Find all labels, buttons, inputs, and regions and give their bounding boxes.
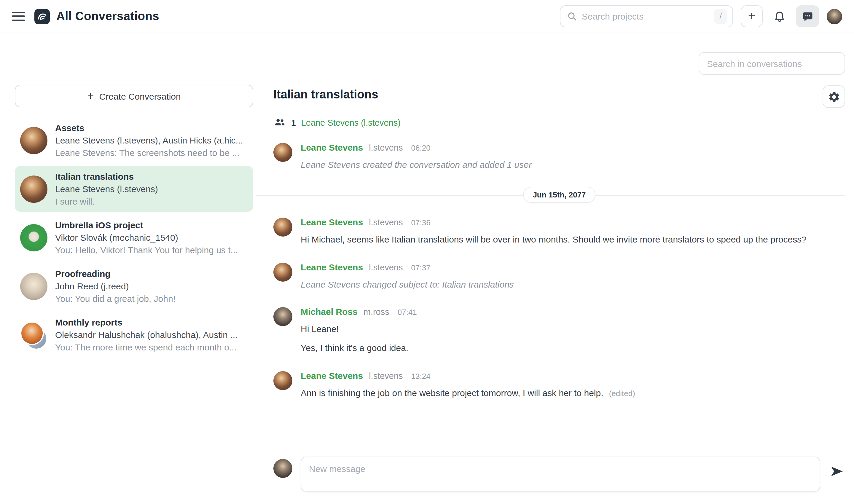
- participants-count: 1: [291, 118, 296, 127]
- message-username: l.stevens: [369, 143, 403, 152]
- hamburger-menu-icon[interactable]: [12, 12, 25, 21]
- message-text: Hi Leane!: [301, 323, 845, 336]
- new-message-input[interactable]: [301, 456, 820, 491]
- conversation-list-item[interactable]: Umbrella iOS projectViktor Slovák (mecha…: [15, 215, 253, 260]
- conversation-list-item[interactable]: Monthly reportsOleksandr Halushchak (oha…: [15, 312, 253, 358]
- message-timestamp: 06:20: [411, 144, 430, 152]
- conversation-texts: Monthly reportsOleksandr Halushchak (oha…: [55, 316, 248, 354]
- create-conversation-button[interactable]: + Create Conversation: [15, 85, 253, 107]
- message-username: m.ross: [363, 307, 389, 317]
- message: Leane Stevensl.stevens07:37Leane Stevens…: [273, 262, 845, 291]
- message-author-avatar: [273, 307, 292, 326]
- conversation-item-title: Italian translations: [55, 170, 248, 183]
- people-icon: [273, 116, 286, 129]
- keyboard-shortcut-badge: /: [714, 9, 727, 24]
- conversation-item-title: Monthly reports: [55, 316, 248, 328]
- message: Leane Stevensl.stevens06:20Leane Stevens…: [273, 142, 845, 172]
- messaging-app: All Conversations / +: [0, 0, 854, 504]
- conversation-list: AssetsLeane Stevens (l.stevens), Austin …: [15, 118, 253, 358]
- screen: All Conversations / +: [0, 0, 854, 504]
- conversations-button-active[interactable]: [796, 5, 819, 27]
- conversation-avatar: [20, 127, 48, 154]
- notifications-button[interactable]: [770, 5, 788, 27]
- chat-bubble-icon: [801, 11, 813, 22]
- message-timestamp: 07:41: [398, 308, 417, 317]
- message-composer: [273, 456, 845, 491]
- conversation-avatar: [20, 272, 48, 300]
- message-author-avatar: [273, 218, 292, 237]
- message: Michael Rossm.ross07:41Hi Leane!Yes, I t…: [273, 307, 845, 355]
- message-author-avatar: [273, 143, 292, 162]
- message-header: Leane Stevensl.stevens07:37: [301, 262, 845, 272]
- message-header: Michael Rossm.ross07:41: [301, 307, 845, 317]
- search-projects-input[interactable]: [582, 11, 709, 21]
- app-logo[interactable]: [34, 8, 50, 24]
- conversation-list-item[interactable]: ProofreadingJohn Reed (j.reed)You: You d…: [15, 263, 253, 309]
- message-main: Leane Stevensl.stevens07:36Hi Michael, s…: [301, 217, 845, 246]
- search-icon: [567, 11, 577, 21]
- message-main: Michael Rossm.ross07:41Hi Leane!Yes, I t…: [301, 307, 845, 355]
- message-username: l.stevens: [369, 263, 403, 272]
- conversation-avatar: [20, 224, 48, 251]
- message-username: l.stevens: [369, 371, 403, 381]
- system-message-text: Leane Stevens created the conversation a…: [301, 158, 845, 172]
- message-header: Leane Stevensl.stevens07:36: [301, 217, 845, 227]
- conversation-avatar: [20, 175, 48, 202]
- message-main: Leane Stevensl.stevens06:20Leane Stevens…: [301, 142, 845, 172]
- message-author-link[interactable]: Leane Stevens: [301, 262, 363, 272]
- conversation-item-members: Leane Stevens (l.stevens), Austin Hicks …: [55, 134, 248, 146]
- top-bar: All Conversations / +: [0, 0, 854, 33]
- conversation-list-item[interactable]: Italian translationsLeane Stevens (l.ste…: [15, 166, 253, 212]
- message-timestamp: 07:36: [411, 218, 430, 227]
- user-avatar[interactable]: [827, 8, 842, 24]
- message-text: Hi Michael, seems like Italian translati…: [301, 233, 845, 246]
- composer-user-avatar: [273, 459, 292, 478]
- search-projects-box: /: [560, 5, 733, 27]
- participants-names-link[interactable]: Leane Stevens (l.stevens): [301, 118, 401, 127]
- message-author-link[interactable]: Michael Ross: [301, 307, 358, 317]
- create-conversation-label: Create Conversation: [99, 91, 181, 101]
- message-author-link[interactable]: Leane Stevens: [301, 142, 363, 152]
- conversation-item-title: Proofreading: [55, 267, 248, 280]
- message-text: Ann is finishing the job on the website …: [301, 386, 845, 400]
- add-button[interactable]: +: [741, 5, 763, 27]
- message-username: l.stevens: [369, 218, 403, 227]
- conversation-texts: Italian translationsLeane Stevens (l.ste…: [55, 170, 248, 208]
- bell-icon: [773, 10, 785, 22]
- message-timeline: Leane Stevensl.stevens06:20Leane Stevens…: [273, 142, 845, 415]
- plus-icon: +: [748, 10, 755, 22]
- conversation-item-members: Viktor Slovák (mechanic_1540): [55, 231, 248, 244]
- search-in-conversations-input[interactable]: [699, 52, 845, 75]
- message-author-avatar: [273, 371, 292, 390]
- message-author-avatar: [273, 263, 292, 281]
- conversation-texts: ProofreadingJohn Reed (j.reed)You: You d…: [55, 267, 248, 305]
- top-bar-actions: / +: [560, 5, 842, 27]
- send-message-button[interactable]: [829, 464, 845, 480]
- conversation-settings-button[interactable]: [822, 85, 845, 108]
- page-title: All Conversations: [56, 10, 159, 23]
- gear-icon: [828, 90, 840, 103]
- message-main: Leane Stevensl.stevens07:37Leane Stevens…: [301, 262, 845, 291]
- conversation-item-members: John Reed (j.reed): [55, 280, 248, 292]
- conversation-item-preview: I sure will.: [55, 195, 248, 208]
- send-icon: [830, 464, 844, 479]
- message-author-link[interactable]: Leane Stevens: [301, 371, 363, 381]
- conversation-texts: Umbrella iOS projectViktor Slovák (mecha…: [55, 219, 248, 256]
- message: Leane Stevensl.stevens07:36Hi Michael, s…: [273, 217, 845, 246]
- participants-row: 1 Leane Stevens (l.stevens): [273, 116, 401, 129]
- date-divider-label: Jun 15th, 2077: [523, 187, 595, 203]
- message-header: Leane Stevensl.stevens06:20: [301, 142, 845, 152]
- conversation-item-members: Oleksandr Halushchak (ohalushcha), Austi…: [55, 328, 248, 341]
- conversation-title: Italian translations: [273, 88, 378, 102]
- conversation-avatar-stack: [20, 321, 48, 348]
- logo-swirl-icon: [37, 11, 48, 22]
- message-author-link[interactable]: Leane Stevens: [301, 217, 363, 227]
- conversation-texts: AssetsLeane Stevens (l.stevens), Austin …: [55, 122, 248, 159]
- message-main: Leane Stevensl.stevens13:24Ann is finish…: [301, 371, 845, 400]
- conversation-list-item[interactable]: AssetsLeane Stevens (l.stevens), Austin …: [15, 118, 253, 163]
- system-message-text: Leane Stevens changed subject to: Italia…: [301, 278, 845, 291]
- date-divider: Jun 15th, 2077: [273, 187, 845, 203]
- conversation-item-members: Leane Stevens (l.stevens): [55, 183, 248, 195]
- message-timestamp: 13:24: [411, 372, 430, 381]
- message-timestamp: 07:37: [411, 263, 430, 272]
